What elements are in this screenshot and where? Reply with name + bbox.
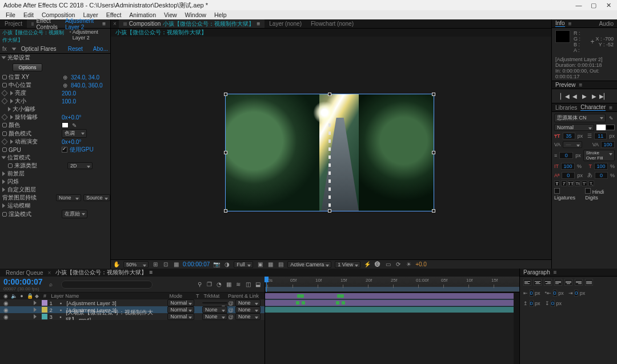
- col-parent[interactable]: Parent & Link: [228, 293, 265, 299]
- tsume-input[interactable]: 0: [595, 172, 608, 179]
- close-button[interactable]: ✕: [601, 0, 616, 10]
- brainstorm-icon[interactable]: ⬓: [254, 281, 261, 288]
- prop-color[interactable]: 颜色: [9, 121, 20, 129]
- eyedropper-icon[interactable]: ✎: [71, 122, 78, 129]
- source-type-dropdown[interactable]: 2D: [67, 162, 93, 169]
- col-t[interactable]: T: [196, 293, 204, 299]
- tab-project[interactable]: Project: [0, 19, 27, 28]
- col-layer-name[interactable]: Layer Name: [49, 293, 169, 299]
- align-center-button[interactable]: [534, 279, 542, 286]
- tab-libraries[interactable]: Libraries: [555, 105, 577, 111]
- fill-stroke-swatch[interactable]: [596, 125, 615, 130]
- indent-left-input[interactable]: 0: [530, 290, 534, 297]
- col-label-color[interactable]: ◆: [33, 293, 41, 299]
- collapse-icon[interactable]: [10, 115, 13, 119]
- ligatures-checkbox[interactable]: [554, 188, 560, 194]
- pickwhip-icon[interactable]: @: [227, 299, 234, 306]
- camera-dropdown[interactable]: Active Camera: [287, 261, 331, 268]
- lock-col-icon[interactable]: 🔒: [26, 293, 33, 299]
- crosshair-icon[interactable]: ⊕: [62, 74, 69, 81]
- justify-last-center-button[interactable]: [564, 279, 572, 286]
- playhead[interactable]: [266, 277, 267, 292]
- group-light-settings[interactable]: 光晕设置: [7, 54, 30, 62]
- collapse-icon[interactable]: [2, 187, 5, 192]
- parent-dropdown[interactable]: None: [235, 313, 261, 320]
- eye-col-icon[interactable]: ◉: [2, 293, 9, 299]
- blend-mode-dropdown[interactable]: Normal: [167, 313, 194, 320]
- paragraph-panel-menu-icon[interactable]: ≡: [554, 269, 557, 275]
- space-before-input[interactable]: 0: [530, 300, 534, 307]
- pickwhip-icon[interactable]: @: [227, 306, 234, 313]
- channel-icon[interactable]: ◑: [223, 261, 230, 268]
- tab-audio[interactable]: Audio: [599, 21, 614, 27]
- options-button[interactable]: Options: [13, 63, 42, 71]
- blend-mode-dropdown[interactable]: Normal: [167, 299, 194, 306]
- prop-size-offset[interactable]: 大小偏移: [13, 105, 35, 113]
- timeline-tracks[interactable]: 00s05f10f15f20f25f01:00f05f10f15f: [265, 277, 519, 364]
- prop-gpu[interactable]: GPU: [9, 147, 21, 153]
- first-frame-button[interactable]: ▏◀: [562, 93, 568, 99]
- tab-composition[interactable]: Composition 小孩【微信公众号：视频制作大狱】 ≡: [119, 19, 265, 28]
- exposure-value[interactable]: +0.0: [415, 261, 427, 267]
- layer-expand-icon[interactable]: [34, 314, 37, 319]
- prop-bg-layer-persist[interactable]: 背景图层持续: [2, 194, 37, 202]
- layer-search-input[interactable]: [61, 281, 153, 289]
- guides-icon[interactable]: ▤: [277, 261, 284, 268]
- prop-rotation-offset-value[interactable]: 0x+0.0°: [62, 114, 81, 121]
- audio-col-icon[interactable]: 🔈: [10, 293, 17, 299]
- layer-name[interactable]: ▪[Adjustment Layer 3]: [55, 299, 167, 306]
- last-frame-button[interactable]: ▶▏: [600, 93, 607, 99]
- keyframe-marker[interactable]: [336, 301, 339, 305]
- layer-expand-icon[interactable]: [34, 301, 37, 305]
- menu-view[interactable]: View: [161, 11, 181, 19]
- tab-preview[interactable]: Preview: [555, 82, 576, 88]
- justify-last-right-button[interactable]: [575, 279, 583, 286]
- prop-rotation-offset[interactable]: 旋转偏移: [15, 113, 38, 121]
- pickwhip-icon[interactable]: @: [227, 313, 234, 320]
- font-family-dropdown[interactable]: 思源黑体 CN: [554, 114, 606, 122]
- comp-mini-flowchart-icon[interactable]: ⚲: [196, 281, 203, 288]
- leading-input[interactable]: 11: [594, 133, 607, 139]
- kerning-dropdown[interactable]: —: [563, 141, 582, 148]
- prop-size-value[interactable]: 100.0: [62, 98, 76, 105]
- col-number[interactable]: #: [41, 293, 49, 299]
- prop-center-pos[interactable]: 中心位置: [9, 81, 31, 89]
- tab-layer[interactable]: Layer (none): [265, 19, 306, 28]
- indent-right-input[interactable]: 0: [574, 290, 578, 297]
- vscale-input[interactable]: 100: [561, 163, 575, 170]
- roi-icon[interactable]: ▣: [257, 261, 263, 268]
- current-time[interactable]: 0:00:00:07: [183, 261, 210, 267]
- fx-name[interactable]: Optical Flares: [21, 46, 57, 52]
- superscript-button[interactable]: T': [582, 181, 587, 186]
- keyframe-toggle-icon[interactable]: [2, 83, 7, 87]
- collapse-icon[interactable]: [2, 179, 5, 184]
- space-after-input[interactable]: 0: [551, 300, 555, 307]
- keyframe-marker[interactable]: [302, 301, 305, 305]
- tab-render-queue[interactable]: Render Queue: [2, 270, 47, 276]
- justify-all-button[interactable]: [585, 279, 593, 286]
- prop-anim-evolve[interactable]: 动画演变: [15, 138, 38, 146]
- baseline-input[interactable]: 0: [562, 172, 575, 179]
- work-area-bar[interactable]: [265, 287, 519, 291]
- play-button[interactable]: ▶: [581, 93, 588, 99]
- render-mode-dropdown[interactable]: 在原始: [62, 210, 87, 218]
- tab-effect-controls[interactable]: Effect Controls Adjustment Layer 2 ≡: [27, 19, 110, 28]
- search-icon[interactable]: ⌕: [47, 281, 54, 288]
- trkmat-dropdown[interactable]: None: [202, 306, 227, 313]
- bg-layer-source-dropdown[interactable]: Source: [83, 194, 110, 201]
- tab-flowchart[interactable]: Flowchart (none): [306, 19, 358, 28]
- timeline-current-time[interactable]: 0:00:00:07: [3, 277, 43, 286]
- graph-editor-icon[interactable]: ◫: [245, 281, 251, 288]
- font-style-dropdown[interactable]: Normal: [554, 124, 594, 131]
- layer-bar[interactable]: [265, 307, 519, 313]
- fx-reset-link[interactable]: Reset: [68, 46, 83, 52]
- collapse-icon[interactable]: [10, 139, 13, 144]
- resolution-dropdown[interactable]: Full: [234, 261, 253, 268]
- collapse-icon[interactable]: [2, 157, 6, 159]
- minimize-button[interactable]: —: [571, 0, 586, 10]
- fx-collapse-icon[interactable]: [11, 47, 16, 50]
- prop-source-type[interactable]: 来源类型: [14, 162, 37, 170]
- tab-info[interactable]: Info: [555, 20, 565, 27]
- eye-icon[interactable]: ◉: [2, 306, 9, 313]
- col-trkmat[interactable]: TrkMat: [204, 293, 229, 299]
